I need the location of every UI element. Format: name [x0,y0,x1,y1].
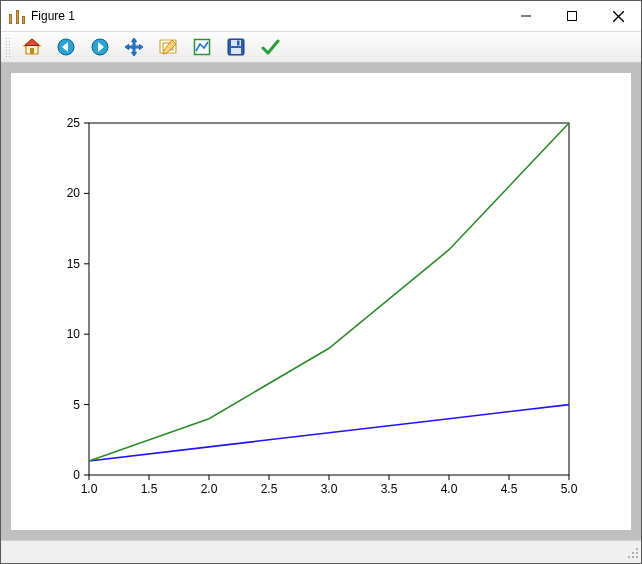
y-tick-label: 25 [67,116,81,130]
app-icon [9,8,25,24]
svg-rect-16 [128,46,140,48]
figure-window: Figure 1 [0,0,642,564]
subplots-button[interactable] [186,33,218,61]
svg-marker-5 [25,39,39,46]
svg-point-45 [628,556,630,558]
x-tick-label: 3.0 [321,482,338,496]
pan-icon [124,37,144,57]
x-tick-label: 1.5 [141,482,158,496]
axes-spines [89,123,569,475]
figure-canvas[interactable]: 1.01.52.02.53.03.54.04.55.00510152025 [11,73,631,530]
size-grip[interactable] [625,545,639,559]
x-tick-label: 3.5 [381,482,398,496]
maximize-button[interactable] [549,1,595,31]
pan-button[interactable] [118,33,150,61]
edit-button[interactable] [254,33,286,61]
edit-icon [260,37,280,57]
y-tick-label: 10 [67,327,81,341]
svg-point-42 [636,548,638,550]
statusbar [1,540,641,563]
home-button[interactable] [16,33,48,61]
toolbar-grip [5,37,11,57]
x-tick-label: 2.5 [261,482,278,496]
home-icon [22,37,42,57]
y-tick-label: 15 [67,257,81,271]
back-button[interactable] [50,33,82,61]
subplots-icon [192,37,212,57]
svg-rect-6 [30,48,34,54]
titlebar: Figure 1 [1,1,641,32]
close-button[interactable] [595,1,641,31]
y-tick-label: 5 [73,398,80,412]
maximize-icon [567,11,577,21]
svg-point-46 [632,556,634,558]
minimize-icon [521,11,531,21]
forward-icon [90,37,110,57]
minimize-button[interactable] [503,1,549,31]
figure-canvas-background: 1.01.52.02.53.03.54.04.55.00510152025 [1,63,641,540]
x-tick-label: 4.5 [501,482,518,496]
svg-rect-1 [568,12,577,21]
svg-rect-25 [237,41,240,46]
y-tick-label: 20 [67,186,81,200]
svg-rect-26 [231,48,241,54]
window-title: Figure 1 [31,9,75,23]
y-tick-label: 0 [73,468,80,482]
zoom-icon [158,37,178,57]
svg-point-43 [632,552,634,554]
save-button[interactable] [220,33,252,61]
x-tick-label: 4.0 [441,482,458,496]
size-grip-icon [625,545,639,559]
plot-area: 1.01.52.02.53.03.54.04.55.00510152025 [11,73,631,530]
back-icon [56,37,76,57]
x-tick-label: 1.0 [81,482,98,496]
save-icon [226,37,246,57]
zoom-button[interactable] [152,33,184,61]
close-icon [613,11,624,22]
series-line [89,123,569,461]
forward-button[interactable] [84,33,116,61]
toolbar [1,32,641,63]
svg-point-47 [636,556,638,558]
series-line [89,405,569,461]
x-tick-label: 2.0 [201,482,218,496]
svg-point-44 [636,552,638,554]
x-tick-label: 5.0 [561,482,578,496]
